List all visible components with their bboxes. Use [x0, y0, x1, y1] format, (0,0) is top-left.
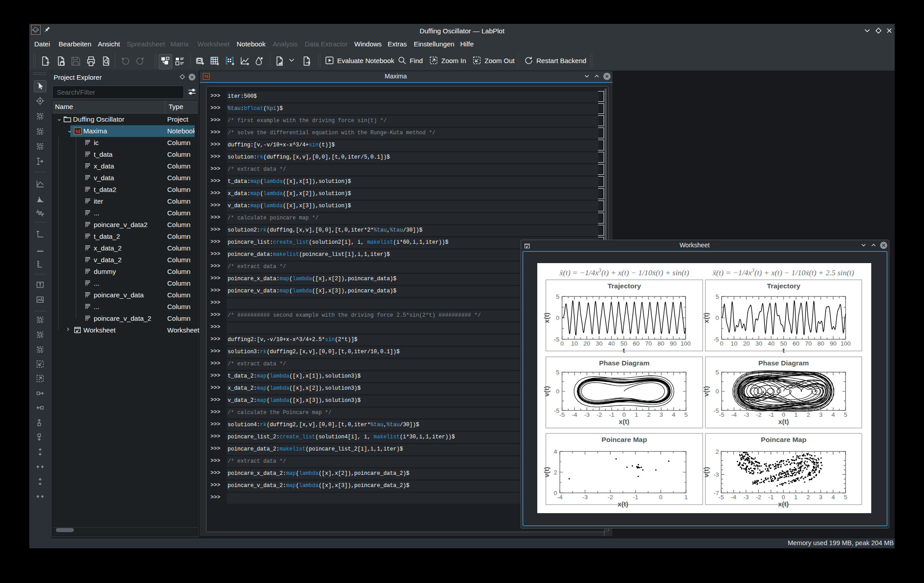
svg-text:0: 0: [782, 494, 785, 501]
svg-text:0: 0: [553, 490, 557, 496]
svg-text:2: 2: [553, 469, 557, 476]
svg-text:t: t: [623, 346, 625, 354]
svg-text:100: 100: [841, 340, 851, 347]
svg-text:-2: -2: [608, 494, 613, 501]
svg-text:20: 20: [743, 340, 750, 347]
svg-text:10: 10: [571, 340, 578, 347]
svg-text:0: 0: [622, 411, 626, 418]
svg-text:-5: -5: [554, 407, 559, 414]
svg-text:Poincare Map: Poincare Map: [761, 436, 806, 443]
svg-text:Trajectory: Trajectory: [767, 282, 800, 290]
svg-text:-4: -4: [731, 494, 736, 501]
svg-text:0: 0: [659, 494, 663, 501]
svg-text:Phase Diagram: Phase Diagram: [759, 359, 809, 367]
svg-text:30: 30: [596, 340, 603, 347]
svg-text:100: 100: [681, 340, 691, 347]
svg-text:-1: -1: [633, 494, 638, 501]
svg-text:3: 3: [819, 494, 823, 501]
svg-text:-5: -5: [719, 411, 724, 418]
svg-text:5: 5: [715, 369, 719, 376]
svg-text:1: 1: [794, 494, 798, 501]
svg-text:4: 4: [553, 448, 557, 455]
svg-text:0: 0: [720, 340, 723, 347]
svg-text:-2: -2: [756, 494, 761, 501]
svg-text:-5: -5: [554, 336, 559, 343]
svg-text:x(t): x(t): [778, 500, 788, 508]
svg-text:M: M: [75, 128, 80, 135]
svg-text:-5: -5: [559, 411, 565, 418]
svg-text:4: 4: [832, 411, 835, 418]
svg-text:5: 5: [844, 411, 847, 418]
svg-text:0: 0: [556, 314, 559, 321]
svg-text:0: 0: [715, 388, 719, 395]
svg-text:40: 40: [768, 340, 774, 347]
svg-text:-5: -5: [714, 407, 719, 414]
svg-text:10: 10: [731, 340, 737, 347]
svg-text:x(t): x(t): [618, 500, 628, 508]
svg-text:90: 90: [830, 340, 837, 347]
svg-text:50: 50: [620, 340, 627, 347]
svg-text:1: 1: [684, 494, 688, 501]
svg-text:40: 40: [608, 340, 615, 347]
svg-text:-3: -3: [714, 471, 719, 478]
svg-text:2: 2: [806, 494, 810, 501]
svg-text:4: 4: [672, 411, 676, 418]
svg-text:3: 3: [659, 411, 663, 418]
svg-text:T: T: [39, 282, 41, 287]
svg-text:50: 50: [780, 340, 787, 347]
svg-text:70: 70: [805, 340, 812, 347]
svg-text:v(t): v(t): [702, 467, 710, 477]
svg-text:-3: -3: [744, 411, 749, 418]
svg-text:ẍ(t) = −1/4x3(t) + x(t) − 1/1: ẍ(t) = −1/4x3(t) + x(t) − 1/10ẋ(t) + s…: [559, 267, 689, 277]
svg-text:-1: -1: [609, 411, 614, 418]
svg-text:Phase Diagram: Phase Diagram: [599, 359, 650, 367]
svg-text:5: 5: [844, 494, 847, 501]
svg-text:5: 5: [556, 293, 559, 300]
svg-text:5: 5: [684, 411, 688, 418]
svg-text:0: 0: [560, 340, 564, 347]
svg-text:2: 2: [807, 411, 810, 418]
svg-text:0: 0: [556, 388, 559, 395]
svg-text:-3: -3: [743, 494, 749, 501]
svg-text:-3: -3: [582, 494, 588, 501]
svg-text:-1: -1: [768, 494, 773, 501]
svg-text:v(t): v(t): [543, 386, 550, 396]
svg-text:80: 80: [817, 340, 824, 347]
svg-text:20: 20: [583, 340, 590, 347]
svg-text:v(t): v(t): [543, 467, 550, 477]
svg-text:0: 0: [715, 314, 719, 321]
svg-text:x(t): x(t): [702, 313, 710, 323]
svg-text:t: t: [782, 346, 785, 354]
svg-text:30: 30: [755, 340, 762, 347]
svg-text:90: 90: [670, 340, 677, 347]
svg-text:x(t): x(t): [778, 418, 789, 425]
svg-text:70: 70: [645, 340, 652, 347]
svg-text:-3: -3: [584, 411, 590, 418]
svg-text:60: 60: [792, 340, 799, 347]
svg-text:x(t): x(t): [619, 418, 629, 425]
svg-text:-4: -4: [557, 494, 563, 501]
svg-text:-4: -4: [731, 411, 736, 418]
svg-text:-2: -2: [596, 411, 602, 418]
svg-text:-7: -7: [714, 490, 719, 496]
svg-text:5: 5: [556, 369, 559, 376]
svg-text:1: 1: [635, 411, 638, 418]
svg-text:-1: -1: [768, 411, 774, 418]
svg-text:-5: -5: [718, 494, 724, 501]
svg-text:-4: -4: [572, 411, 577, 418]
svg-text:Poincare Map: Poincare Map: [602, 436, 647, 443]
svg-text:0: 0: [782, 411, 786, 418]
svg-text:80: 80: [658, 340, 664, 347]
svg-text:2: 2: [647, 411, 651, 418]
svg-text:3: 3: [819, 411, 823, 418]
svg-text:v(t): v(t): [702, 386, 710, 396]
svg-text:-2: -2: [756, 411, 761, 418]
svg-text:5: 5: [715, 293, 719, 300]
svg-text:2: 2: [715, 448, 719, 455]
svg-text:Trajectory: Trajectory: [608, 282, 641, 290]
svg-text:ẍ(t) = −1/4x3(t) + x(t) − 1/1: ẍ(t) = −1/4x3(t) + x(t) − 1/10ẋ(t) + 2…: [712, 267, 854, 277]
svg-text:4: 4: [832, 494, 835, 501]
svg-text:-5: -5: [714, 336, 719, 343]
svg-text:x(t): x(t): [543, 313, 550, 323]
svg-text:60: 60: [633, 340, 640, 347]
